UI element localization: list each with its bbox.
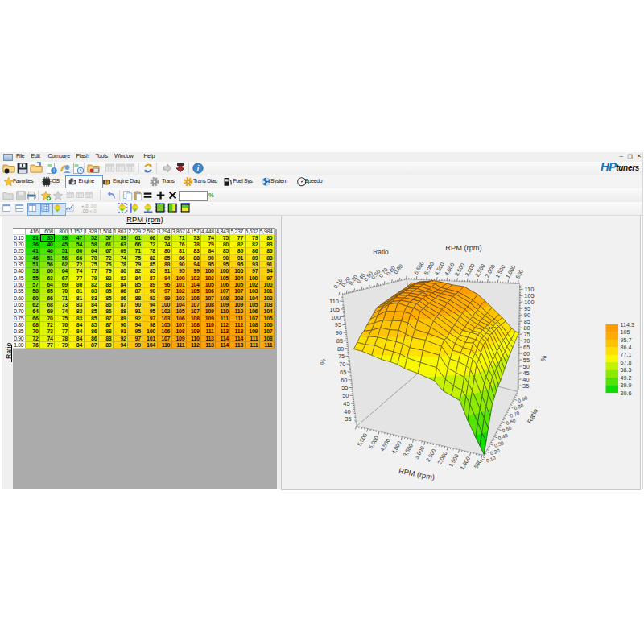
svg-text:65: 65 [340, 369, 346, 376]
svg-text:45: 45 [522, 369, 529, 377]
svg-text:95: 95 [524, 305, 530, 312]
svg-text:RPM (rpm): RPM (rpm) [445, 244, 481, 252]
svg-text:110: 110 [525, 286, 535, 293]
svg-text:2,000: 2,000 [436, 450, 448, 465]
svg-text:500: 500 [514, 269, 524, 280]
svg-text:65: 65 [523, 344, 530, 351]
svg-text:105: 105 [524, 292, 534, 299]
svg-text:0.90: 0.90 [393, 263, 404, 275]
svg-text:1,500: 1,500 [448, 453, 460, 469]
svg-text:4,000: 4,000 [390, 440, 402, 455]
svg-text:49.2: 49.2 [621, 374, 632, 382]
svg-text:105: 105 [621, 328, 630, 336]
svg-text:Ratio: Ratio [526, 407, 539, 424]
svg-text:80: 80 [524, 324, 530, 332]
svg-text:85: 85 [524, 318, 530, 325]
svg-text:100: 100 [331, 314, 341, 321]
svg-text:1,000: 1,000 [459, 456, 471, 471]
svg-text:39.9: 39.9 [621, 382, 632, 389]
svg-text:67.8: 67.8 [621, 359, 632, 366]
svg-text:114.3: 114.3 [621, 321, 634, 328]
svg-text:75: 75 [338, 353, 345, 360]
svg-text:105: 105 [330, 306, 340, 313]
svg-text:30.6: 30.6 [621, 390, 632, 397]
svg-text:35: 35 [522, 382, 529, 390]
svg-text:70: 70 [339, 361, 345, 368]
svg-text:RPM (rpm): RPM (rpm) [398, 467, 436, 481]
svg-text:5,000: 5,000 [368, 435, 380, 450]
svg-text:110: 110 [329, 298, 339, 305]
svg-text:4,500: 4,500 [379, 437, 391, 452]
svg-text:5,500: 5,500 [356, 432, 368, 448]
svg-text:95: 95 [335, 321, 341, 328]
svg-text:60: 60 [523, 350, 530, 357]
svg-text:2,500: 2,500 [425, 448, 437, 463]
svg-text:Ratio: Ratio [373, 248, 389, 256]
svg-text:75: 75 [523, 331, 530, 338]
svg-text:80: 80 [337, 345, 344, 353]
svg-text:70: 70 [523, 337, 530, 345]
svg-text:55: 55 [341, 384, 348, 391]
svg-text:%: % [539, 354, 548, 362]
svg-text:3,500: 3,500 [402, 443, 414, 458]
svg-text:55: 55 [523, 357, 530, 364]
svg-text:35: 35 [345, 415, 351, 423]
svg-text:50: 50 [523, 363, 530, 370]
svg-text:500: 500 [473, 458, 482, 469]
svg-text:45: 45 [343, 400, 349, 407]
svg-text:90: 90 [336, 329, 342, 336]
svg-text:40: 40 [522, 376, 529, 383]
svg-text:60: 60 [341, 377, 347, 384]
svg-text:!: ! [106, 180, 108, 184]
svg-text:90: 90 [524, 312, 530, 319]
svg-text:0.10: 0.10 [485, 455, 497, 464]
svg-text:58.5: 58.5 [621, 366, 632, 374]
svg-text:77.1: 77.1 [621, 351, 632, 358]
svg-text:i: i [53, 167, 54, 173]
svg-text:100: 100 [524, 299, 534, 306]
svg-text:85: 85 [336, 337, 343, 345]
svg-text:%: % [318, 357, 327, 365]
svg-text:0.90: 0.90 [517, 394, 528, 403]
svg-text:3,000: 3,000 [413, 445, 425, 460]
svg-text:50: 50 [342, 392, 349, 399]
svg-text:86.4: 86.4 [621, 344, 632, 351]
svg-text:95.7: 95.7 [621, 336, 632, 344]
svg-text:40: 40 [344, 408, 350, 415]
svg-text:0.70: 0.70 [509, 410, 520, 419]
